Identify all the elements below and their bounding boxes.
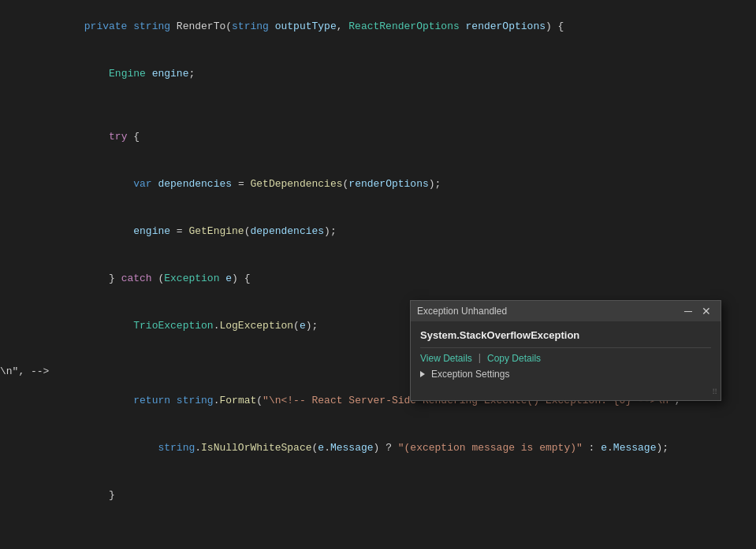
type: ReactRenderOptions (348, 20, 459, 32)
param: e (225, 273, 232, 284)
type: TrioException (133, 320, 213, 332)
line-content: } catch (Exception e) { (44, 255, 756, 302)
code-line: try { (0, 113, 756, 161)
line-content: engine = GetEngine(dependencies); (44, 208, 756, 255)
param: e (300, 320, 306, 332)
keyword: string (133, 20, 170, 32)
method: IsNullOrWhiteSpace (201, 442, 311, 454)
punct: ( (293, 320, 300, 332)
punct: = (170, 225, 188, 237)
punct: : (583, 442, 601, 454)
indent (84, 131, 109, 143)
popup-titlebar: Exception Unhandled ─ ✕ (411, 301, 721, 321)
exception-settings-label: Exception Settings (431, 369, 509, 380)
param: e (318, 442, 324, 454)
code-line: string.IsNullOrWhiteSpace(e.Message) ? "… (0, 425, 756, 472)
indent (84, 395, 133, 406)
indent (84, 178, 133, 190)
param: renderOptions (466, 20, 546, 32)
popup-resize-handle[interactable]: ⠿ (411, 386, 721, 400)
punct: ) { (546, 20, 564, 32)
line-content: Engine engine; (44, 50, 756, 98)
line-content (44, 98, 756, 113)
string: "(exception message is empty)" (398, 442, 583, 454)
punct: . (195, 442, 201, 454)
punct: } (84, 273, 121, 284)
keyword: var (133, 178, 151, 190)
param: e (601, 442, 607, 454)
keyword: string (232, 20, 269, 32)
code-line: } catch (Exception e) { (0, 255, 756, 302)
punct: ; (188, 68, 195, 80)
param: engine (133, 225, 170, 237)
view-details-link[interactable]: View Details (420, 353, 472, 364)
punct (170, 395, 177, 406)
param: engine (152, 68, 189, 80)
param: outputType (275, 20, 337, 32)
popup-controls: ─ ✕ (681, 306, 714, 317)
punct: ) { (232, 273, 250, 284)
popup-title: Exception Unhandled (417, 306, 507, 317)
line-content: } (44, 472, 756, 519)
indent (84, 442, 158, 454)
punct: . (324, 442, 330, 454)
punct: , (337, 20, 349, 32)
code-line: var result = String.Empty; (0, 535, 756, 549)
param: dependencies (158, 178, 232, 190)
chevron-right-icon (420, 371, 425, 377)
popup-body: System.StackOverflowException View Detai… (411, 321, 721, 386)
code-line: var dependencies = GetDependencies(rende… (0, 161, 756, 208)
punct: ); (429, 178, 441, 190)
line-content: var dependencies = GetDependencies(rende… (44, 161, 756, 208)
line-content: var result = String.Empty; (44, 535, 756, 549)
param: Message (613, 442, 657, 454)
punct: } (84, 489, 115, 501)
code-editor: private string RenderTo(string outputTyp… (0, 0, 756, 549)
param: Message (330, 442, 374, 454)
indent (84, 225, 133, 237)
punct: ); (306, 320, 318, 332)
punct (460, 20, 466, 32)
keyword: return (133, 395, 170, 406)
keyword: string (177, 395, 214, 406)
code-line: private string RenderTo(string outputTyp… (0, 3, 756, 50)
popup-links: View Details | Copy Details (420, 353, 711, 364)
popup-close-button[interactable]: ✕ (698, 306, 714, 317)
code-line: Engine engine; (0, 50, 756, 98)
punct: { (127, 131, 140, 143)
code-line (0, 98, 756, 113)
popup-minimize-button[interactable]: ─ (681, 306, 695, 317)
code-line: engine = GetEngine(dependencies); (0, 208, 756, 255)
punct: ); (324, 225, 337, 237)
method: LogException (219, 320, 293, 332)
punct: ( (256, 395, 263, 406)
keyword: try (109, 131, 127, 143)
param: renderOptions (348, 178, 428, 190)
punct: ); (656, 442, 668, 454)
code-line (0, 519, 756, 535)
copy-details-link[interactable]: Copy Details (487, 353, 541, 364)
punct: . (607, 442, 613, 454)
type: Engine (109, 68, 146, 80)
punct (269, 20, 275, 32)
indent (84, 68, 109, 80)
punct: ( (152, 273, 165, 284)
method: GetEngine (188, 225, 244, 237)
popup-link-separator: | (477, 353, 482, 364)
punct: RenderTo( (170, 20, 232, 32)
punct: = (232, 178, 250, 190)
exception-settings-row[interactable]: Exception Settings (420, 369, 711, 380)
keyword: catch (121, 273, 152, 284)
punct: ) ? (374, 442, 398, 454)
popup-divider (420, 347, 711, 348)
method: GetDependencies (250, 178, 342, 190)
method: Format (219, 395, 256, 406)
line-content: private string RenderTo(string outputTyp… (44, 3, 756, 50)
exception-popup: Exception Unhandled ─ ✕ System.StackOver… (410, 300, 721, 401)
type: Exception (164, 273, 219, 284)
keyword: string (158, 442, 195, 454)
line-content: string.IsNullOrWhiteSpace(e.Message) ? "… (44, 425, 756, 472)
indent (84, 320, 133, 332)
exception-name: System.StackOverflowException (420, 329, 711, 341)
param: dependencies (250, 225, 324, 237)
